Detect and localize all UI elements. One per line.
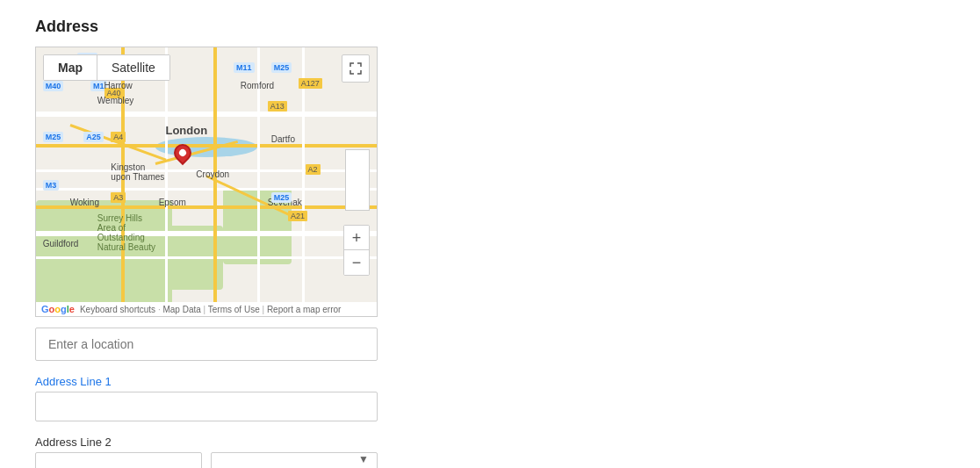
address-line2-input[interactable] (35, 452, 202, 468)
address-line1-label: Address Line 1 (35, 375, 378, 388)
marker-dot (177, 148, 187, 158)
map-zoom-controls: + − (343, 225, 370, 276)
label-a21: A21 (288, 211, 307, 221)
road-v-a13 (213, 47, 217, 302)
road-m25-bottom (36, 231, 377, 236)
address-line1-section: Address Line 1 (35, 375, 378, 421)
label-a40: A40 (104, 88, 124, 98)
label-a127: A127 (299, 78, 322, 89)
map-zoom-in[interactable]: + (344, 226, 369, 250)
address-line2-label: Address Line 2 (35, 436, 202, 449)
address-line1-input[interactable] (35, 392, 378, 421)
map-visual: M25 M11 M25 M40 M1 A127 A40 A13 Harrow W… (36, 47, 377, 302)
address-line2-select[interactable] (211, 452, 378, 468)
label-a13: A13 (268, 101, 287, 112)
road-a40 (36, 144, 377, 148)
road-h2 (36, 188, 377, 191)
map-zoom-out[interactable]: − (344, 250, 369, 275)
address-line2-left: Address Line 2 (35, 436, 202, 468)
road-h3 (36, 256, 377, 259)
map-marker (174, 144, 191, 169)
road-m25-top (36, 112, 377, 117)
road-v2 (257, 47, 260, 302)
road-v-m1 (121, 47, 125, 302)
section-title: Address (35, 18, 580, 36)
page-container: Address Map Satellite (0, 0, 615, 468)
address-line2-section: Address Line 2 ▼ (35, 436, 378, 468)
label-a2: A2 (306, 164, 321, 175)
address-line2-select-label (211, 436, 378, 449)
marker-head (170, 140, 195, 165)
road-h1 (36, 169, 377, 172)
road-a3 (36, 205, 377, 209)
map-widget: Map Satellite (35, 47, 378, 317)
location-input-wrap (35, 328, 378, 361)
terms-link[interactable]: Terms of Use (208, 305, 260, 314)
keyboard-shortcuts-link[interactable]: Keyboard shortcuts (80, 305, 155, 314)
location-input[interactable] (35, 328, 378, 361)
map-fullscreen-button[interactable] (342, 54, 370, 83)
map-data-link[interactable]: Map Data (162, 305, 200, 314)
google-logo: Google (41, 304, 75, 314)
map-tab-satellite[interactable]: Satellite (97, 55, 169, 80)
zoom-slider-track (345, 149, 370, 211)
report-link[interactable]: Report a map error (267, 305, 341, 314)
label-a3: A3 (111, 192, 126, 203)
map-footer-links: Keyboard shortcuts · Map Data | Terms of… (80, 305, 341, 314)
address-line2-right: ▼ (211, 436, 378, 468)
label-a4: A4 (111, 132, 126, 142)
road-v1 (165, 47, 168, 302)
map-canvas[interactable]: M25 M11 M25 M40 M1 A127 A40 A13 Harrow W… (36, 47, 377, 302)
map-tab-map[interactable]: Map (44, 55, 97, 80)
map-type-controls: Map Satellite (43, 54, 170, 81)
map-footer: Google Keyboard shortcuts · Map Data | T… (36, 302, 377, 316)
